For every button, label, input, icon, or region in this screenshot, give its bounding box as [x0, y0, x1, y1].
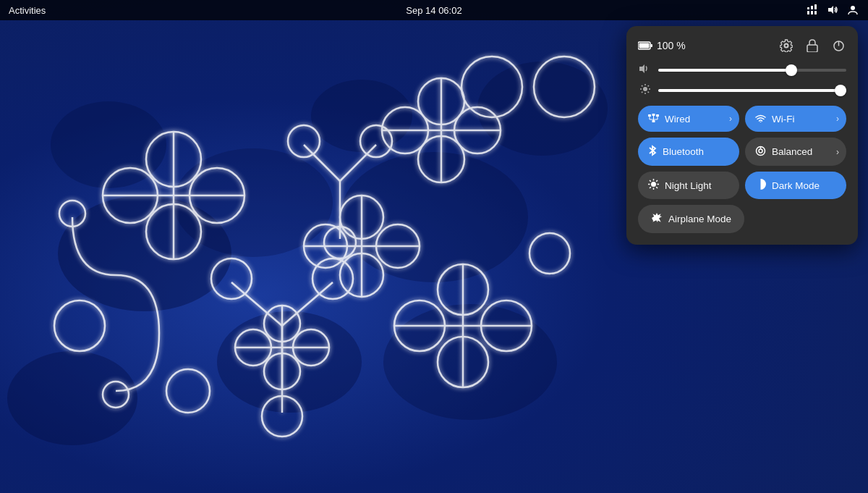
dark-mode-label: Dark Mode	[772, 180, 820, 191]
topbar-right	[806, 4, 859, 17]
svg-rect-68	[639, 43, 650, 49]
svg-line-100	[650, 180, 651, 182]
brightness-slider[interactable]	[658, 89, 846, 92]
svg-point-93	[759, 149, 762, 153]
night-light-label: Night Light	[665, 180, 712, 191]
wired-icon	[648, 113, 659, 125]
svg-rect-62	[807, 11, 809, 14]
battery-percent-label: 100 %	[657, 40, 686, 51]
airplane-mode-toggle[interactable]: Airplane Mode	[638, 205, 744, 233]
volume-slider[interactable]	[658, 69, 846, 72]
balanced-icon	[755, 146, 766, 159]
wifi-arrow-icon: ›	[836, 114, 839, 124]
wired-toggle[interactable]: Wired ›	[638, 106, 739, 132]
svg-rect-64	[814, 11, 817, 14]
svg-point-7	[174, 148, 333, 257]
user-menu-icon[interactable]	[846, 4, 859, 17]
wifi-label: Wi-Fi	[772, 114, 794, 125]
battery-info: 100 %	[638, 40, 686, 51]
svg-line-80	[648, 85, 649, 86]
svg-point-91	[760, 122, 762, 122]
airplane-icon	[651, 212, 663, 226]
night-light-toggle[interactable]: Night Light	[638, 172, 739, 199]
dark-mode-icon	[755, 179, 766, 192]
airplane-mode-label: Airplane Mode	[668, 214, 731, 224]
battery-icon	[638, 41, 652, 51]
svg-line-81	[642, 92, 642, 93]
svg-line-79	[648, 92, 649, 93]
svg-point-66	[851, 6, 855, 10]
wired-arrow-icon: ›	[729, 114, 732, 124]
svg-rect-63	[811, 11, 813, 14]
night-light-icon	[648, 179, 659, 192]
svg-marker-65	[828, 6, 833, 14]
volume-slider-icon	[638, 64, 652, 76]
topbar-left: Activities	[9, 5, 46, 16]
balanced-label: Balanced	[772, 146, 812, 157]
bluetooth-icon	[648, 145, 657, 159]
power-button[interactable]	[830, 38, 846, 54]
quick-settings-buttons-grid: Wired › Wi-Fi › Bluetooth	[638, 106, 846, 199]
svg-point-95	[651, 182, 656, 187]
volume-slider-row	[638, 64, 846, 76]
svg-point-3	[340, 152, 528, 282]
svg-rect-69	[651, 44, 653, 47]
svg-rect-84	[656, 114, 659, 117]
svg-point-6	[311, 80, 412, 152]
svg-rect-90	[652, 120, 655, 122]
svg-line-103	[650, 187, 651, 188]
airplane-mode-row: Airplane Mode	[638, 205, 846, 233]
bluetooth-toggle[interactable]: Bluetooth	[638, 138, 739, 166]
dark-mode-toggle[interactable]: Dark Mode	[745, 172, 846, 199]
svg-rect-70	[807, 45, 817, 52]
brightness-slider-row	[638, 83, 846, 97]
topbar-center: Sep 14 06:02	[406, 5, 461, 16]
balanced-toggle[interactable]: Balanced ›	[745, 138, 846, 166]
lock-button[interactable]	[804, 38, 820, 54]
wifi-toggle[interactable]: Wi-Fi ›	[745, 106, 846, 132]
svg-marker-72	[639, 64, 644, 73]
volume-status-icon[interactable]	[826, 4, 839, 17]
brightness-slider-icon	[638, 83, 652, 97]
activities-button[interactable]: Activities	[9, 5, 46, 16]
wifi-icon	[755, 113, 766, 125]
svg-rect-61	[814, 4, 817, 9]
battery-actions	[778, 38, 846, 54]
svg-line-101	[656, 187, 658, 188]
quick-settings-panel: 100 %	[626, 26, 858, 245]
svg-point-9	[7, 351, 137, 445]
balanced-arrow-icon: ›	[836, 147, 839, 157]
svg-rect-59	[807, 7, 809, 9]
svg-line-78	[642, 85, 642, 86]
datetime-display: Sep 14 06:02	[406, 5, 461, 16]
network-status-icon[interactable]	[806, 4, 819, 17]
svg-line-102	[656, 180, 658, 182]
settings-button[interactable]	[778, 38, 794, 54]
svg-rect-82	[648, 114, 651, 117]
battery-row: 100 %	[638, 38, 846, 54]
topbar: Activities Sep 14 06:02	[0, 0, 868, 20]
wired-label: Wired	[665, 114, 690, 125]
svg-rect-83	[652, 114, 655, 116]
svg-rect-60	[811, 6, 813, 9]
svg-point-73	[643, 87, 647, 91]
bluetooth-label: Bluetooth	[663, 146, 704, 157]
